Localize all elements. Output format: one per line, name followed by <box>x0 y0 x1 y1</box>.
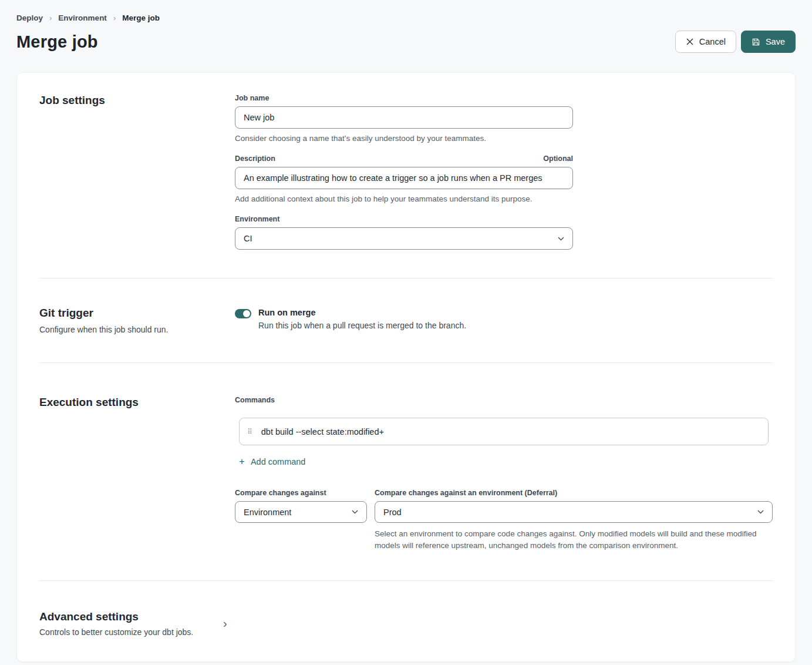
description-helper: Add additional context about this job to… <box>235 194 773 203</box>
deferral-group: Compare changes against an environment (… <box>375 489 773 552</box>
job-name-input[interactable] <box>235 106 573 129</box>
environment-select[interactable]: CI <box>235 227 573 250</box>
job-settings-fields: Job name Consider choosing a name that's… <box>235 94 773 250</box>
header-actions: Cancel Save <box>675 31 796 53</box>
description-label: Description <box>235 155 275 163</box>
execution-settings-heading-col: Execution settings <box>39 396 235 552</box>
add-command-label: Add command <box>251 457 306 466</box>
chevron-down-icon <box>352 510 358 514</box>
breadcrumb-merge-job: Merge job <box>122 14 160 22</box>
commands-label: Commands <box>235 396 773 404</box>
compare-against-group: Compare changes against Environment <box>235 489 367 552</box>
job-settings-heading: Job settings <box>39 94 235 107</box>
settings-card: Job settings Job name Consider choosing … <box>16 72 796 662</box>
run-on-merge-label: Run on merge <box>258 308 466 317</box>
section-advanced-settings[interactable]: Advanced settings Controls to better cus… <box>39 580 773 661</box>
compare-against-label: Compare changes against <box>235 489 326 497</box>
job-name-helper: Consider choosing a name that's easily u… <box>235 134 773 143</box>
environment-field-group: Environment CI <box>235 215 773 250</box>
environment-select-value: CI <box>244 234 252 243</box>
git-trigger-heading: Git trigger <box>39 307 235 320</box>
compare-against-value: Environment <box>244 508 291 517</box>
cancel-button[interactable]: Cancel <box>675 31 736 53</box>
description-input[interactable] <box>235 167 573 189</box>
job-settings-heading-col: Job settings <box>39 94 235 250</box>
cancel-button-label: Cancel <box>699 37 726 46</box>
run-on-merge-text: Run on merge Run this job when a pull re… <box>258 308 466 330</box>
deferral-helper: Select an environment to compare code ch… <box>375 528 759 552</box>
save-icon <box>752 38 760 46</box>
page-title: Merge job <box>16 32 98 52</box>
breadcrumb-deploy[interactable]: Deploy <box>16 14 43 22</box>
run-on-merge-description: Run this job when a pull request is merg… <box>258 321 466 330</box>
section-execution-settings: Execution settings Commands ⠿ dbt build … <box>39 362 773 580</box>
git-trigger-fields: Run on merge Run this job when a pull re… <box>235 307 773 334</box>
section-job-settings: Job settings Job name Consider choosing … <box>39 73 773 278</box>
execution-settings-fields: Commands ⠿ dbt build --select state:modi… <box>235 396 773 552</box>
compare-row: Compare changes against Environment Comp… <box>235 489 773 552</box>
breadcrumb-separator-icon: › <box>113 14 116 22</box>
save-button[interactable]: Save <box>741 31 796 53</box>
git-trigger-subtitle: Configure when this job should run. <box>39 325 235 334</box>
run-on-merge-row: Run on merge Run this job when a pull re… <box>235 307 773 330</box>
close-icon <box>686 38 694 46</box>
toggle-knob <box>243 310 250 317</box>
section-git-trigger: Git trigger Configure when this job shou… <box>39 278 773 362</box>
page-header: Merge job Cancel Save <box>16 31 796 53</box>
add-command-button[interactable]: + Add command <box>235 456 305 466</box>
chevron-right-icon[interactable]: › <box>223 617 773 629</box>
git-trigger-heading-col: Git trigger Configure when this job shou… <box>39 307 235 334</box>
breadcrumb-environment[interactable]: Environment <box>58 14 107 22</box>
deferral-label: Compare changes against an environment (… <box>375 489 557 497</box>
description-field-group: Description Optional Add additional cont… <box>235 155 773 203</box>
advanced-settings-heading: Advanced settings <box>39 610 223 623</box>
job-name-label: Job name <box>235 94 269 102</box>
compare-against-select[interactable]: Environment <box>235 501 367 523</box>
advanced-settings-subtitle: Controls to better customize your dbt jo… <box>39 627 223 637</box>
advanced-settings-text: Advanced settings Controls to better cus… <box>39 610 223 637</box>
deferral-select[interactable]: Prod <box>375 501 773 523</box>
breadcrumb: Deploy › Environment › Merge job <box>16 0 796 22</box>
chevron-down-icon <box>757 510 764 514</box>
environment-label: Environment <box>235 215 279 223</box>
deferral-value: Prod <box>383 508 402 517</box>
job-name-field-group: Job name Consider choosing a name that's… <box>235 94 773 143</box>
command-text[interactable]: dbt build --select state:modified+ <box>261 427 384 436</box>
command-row: ⠿ dbt build --select state:modified+ <box>239 418 769 445</box>
run-on-merge-toggle[interactable] <box>235 309 251 318</box>
plus-icon: + <box>239 456 245 466</box>
execution-settings-heading: Execution settings <box>39 396 235 409</box>
description-optional-tag: Optional <box>543 155 573 163</box>
page: Deploy › Environment › Merge job Merge j… <box>0 0 812 662</box>
chevron-down-icon <box>558 237 564 241</box>
save-button-label: Save <box>766 37 785 46</box>
breadcrumb-separator-icon: › <box>49 14 52 22</box>
drag-handle-icon[interactable]: ⠿ <box>247 428 252 435</box>
